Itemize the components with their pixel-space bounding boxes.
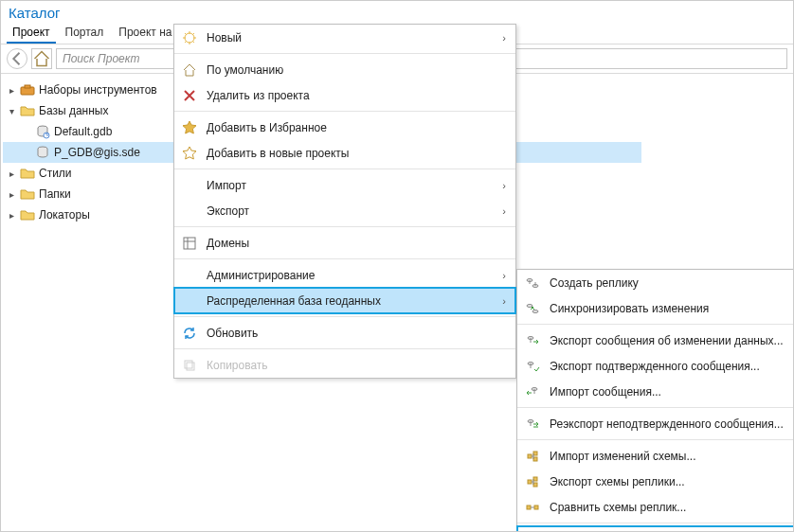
blank-icon xyxy=(182,204,197,219)
tree-node-toolboxes[interactable]: Наборы инструментов xyxy=(3,80,192,100)
expand-icon[interactable] xyxy=(7,189,16,200)
tree-node-folders[interactable]: Папки xyxy=(3,184,192,204)
tree-label: Локаторы xyxy=(39,208,90,222)
export-ack-icon xyxy=(525,359,540,374)
menu-separator xyxy=(174,316,515,317)
home-button[interactable] xyxy=(31,48,52,69)
menu-label: Распределенная база геоданных xyxy=(207,294,493,308)
menu-label: Обновить xyxy=(207,327,506,340)
menu-separator xyxy=(174,258,515,259)
menu-item-add-new-projects[interactable]: Добавить в новые проекты xyxy=(174,140,515,166)
svg-rect-8 xyxy=(187,363,194,370)
svg-rect-6 xyxy=(184,238,195,249)
import-msg-icon xyxy=(525,384,540,399)
menu-item-import[interactable]: Импорт › xyxy=(174,172,515,198)
menu-separator xyxy=(517,407,794,408)
star-plus-icon xyxy=(182,146,197,161)
create-replica-icon xyxy=(525,275,540,291)
submenu-item-sync[interactable]: Синхронизировать изменения xyxy=(517,295,794,321)
submenu-arrow-icon: › xyxy=(502,295,506,307)
menu-label: По умолчанию xyxy=(207,63,506,77)
menu-item-add-favorite[interactable]: Добавить в Избранное xyxy=(174,115,515,140)
tab-portal[interactable]: Портал xyxy=(60,23,110,44)
menu-item-default[interactable]: По умолчанию xyxy=(174,57,515,82)
new-icon xyxy=(182,30,197,45)
window-title: Каталог xyxy=(1,1,793,23)
search-placeholder: Поиск Проект xyxy=(63,52,140,65)
tree-label: P_GDB@gis.sde xyxy=(54,146,140,159)
folder-locators-icon xyxy=(20,207,35,222)
menu-label: Новый xyxy=(207,31,493,44)
tree-label: Default.gdb xyxy=(54,125,112,138)
context-menu: Новый › По умолчанию Удалить из проекта … xyxy=(173,24,516,379)
submenu-item-manage-replicas[interactable]: Управление репликами xyxy=(517,526,794,532)
expand-icon[interactable] xyxy=(7,168,16,179)
submenu-item-reexport[interactable]: Реэкспорт неподтвержденного сообщения... xyxy=(517,411,794,436)
svg-rect-24 xyxy=(534,505,538,509)
svg-rect-23 xyxy=(527,505,531,509)
geodatabase-icon xyxy=(35,124,50,139)
menu-separator xyxy=(517,523,794,523)
menu-separator xyxy=(174,168,515,169)
svg-rect-17 xyxy=(528,454,532,458)
menu-label: Домены xyxy=(207,237,506,250)
tree-node-databases[interactable]: Базы данных xyxy=(3,100,192,121)
compare-schema-icon xyxy=(525,500,540,515)
submenu-item-import-schema[interactable]: Импорт изменений схемы... xyxy=(517,443,794,469)
export-schema-icon xyxy=(525,474,540,489)
submenu-item-import-msg[interactable]: Импорт сообщения... xyxy=(517,379,794,404)
expand-icon[interactable] xyxy=(7,106,16,116)
expand-icon[interactable] xyxy=(7,85,16,96)
submenu-arrow-icon: › xyxy=(502,270,506,281)
export-data-icon xyxy=(525,333,540,348)
submenu-item-export-data-msg[interactable]: Экспорт сообщения об изменении данных... xyxy=(517,328,794,353)
submenu-arrow-icon: › xyxy=(502,32,506,44)
menu-item-export[interactable]: Экспорт › xyxy=(174,198,515,223)
submenu-item-compare-schema[interactable]: Сравнить схемы реплик... xyxy=(517,494,794,520)
menu-separator xyxy=(174,111,515,112)
menu-label: Добавить в Избранное xyxy=(207,121,506,134)
svg-rect-1 xyxy=(25,85,30,88)
submenu-item-create-replica[interactable]: Создать реплику xyxy=(517,270,794,295)
submenu-item-export-ack-msg[interactable]: Экспорт подтвержденного сообщения... xyxy=(517,353,794,379)
submenu-item-export-schema[interactable]: Экспорт схемы реплики... xyxy=(517,469,794,494)
catalog-window: Каталог Проект Портал Проект на Поиск Пр… xyxy=(0,0,794,532)
catalog-tree[interactable]: Наборы инструментов Базы данных Default.… xyxy=(1,74,194,519)
menu-item-new[interactable]: Новый › xyxy=(174,25,515,50)
menu-label: Экспорт подтвержденного сообщения... xyxy=(550,360,786,373)
tree-label: Стили xyxy=(39,167,72,180)
sde-icon xyxy=(35,145,50,160)
menu-separator xyxy=(517,439,794,440)
tree-node-styles[interactable]: Стили xyxy=(3,163,192,184)
menu-label: Импорт сообщения... xyxy=(550,385,786,399)
menu-label: Импорт xyxy=(207,179,493,192)
menu-item-admin[interactable]: Администрирование › xyxy=(174,262,515,288)
folder-icon xyxy=(20,186,35,202)
tree-label: Базы данных xyxy=(39,104,108,117)
menu-item-remove[interactable]: Удалить из проекта xyxy=(174,82,515,108)
menu-item-domains[interactable]: Домены xyxy=(174,230,515,256)
menu-label: Экспорт схемы реплики... xyxy=(550,475,786,488)
blank-icon xyxy=(182,293,197,309)
menu-separator xyxy=(517,324,794,325)
menu-item-distributed-gdb[interactable]: Распределенная база геоданных › xyxy=(174,288,515,313)
tree-node-locators[interactable]: Локаторы xyxy=(3,204,192,225)
tree-node-default-gdb[interactable]: Default.gdb xyxy=(3,121,192,142)
tab-project-on[interactable]: Проект на xyxy=(113,23,177,44)
back-button[interactable] xyxy=(7,48,27,69)
copy-icon xyxy=(182,358,197,373)
svg-point-12 xyxy=(532,310,538,312)
menu-label: Синхронизировать изменения xyxy=(550,302,786,315)
expand-icon[interactable] xyxy=(7,210,16,221)
submenu-distributed-gdb: Создать реплику Синхронизировать изменен… xyxy=(516,269,794,532)
menu-item-refresh[interactable]: Обновить xyxy=(174,320,515,346)
folder-styles-icon xyxy=(20,166,35,181)
svg-rect-7 xyxy=(185,361,192,368)
menu-separator xyxy=(174,348,515,349)
toolbox-icon xyxy=(20,82,35,98)
svg-rect-20 xyxy=(528,480,532,484)
menu-label: Добавить в новые проекты xyxy=(207,147,506,160)
menu-separator xyxy=(174,226,515,227)
tab-project[interactable]: Проект xyxy=(7,23,56,44)
home-icon xyxy=(182,62,197,78)
